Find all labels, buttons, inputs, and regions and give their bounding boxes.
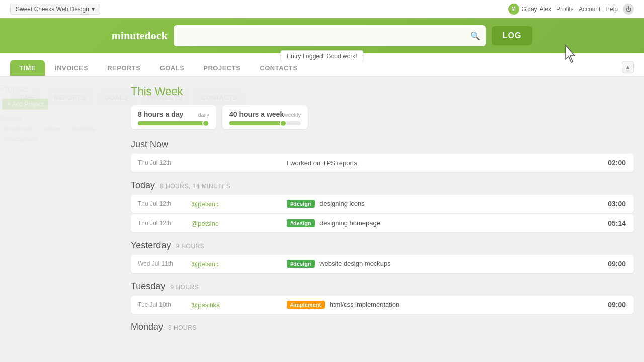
workspace-chevron-icon: ▾	[92, 6, 95, 13]
entry-time: 05:14	[599, 214, 634, 232]
entry-logged-tooltip: Entry Logged! Good work!	[280, 50, 363, 62]
workspace-label: Sweet Cheeks Web Design	[16, 6, 89, 13]
period-title: This Week	[131, 85, 183, 98]
power-button[interactable]: ⏻	[623, 4, 634, 15]
goal-card-weekly: 40 hours a week weekly	[222, 105, 308, 129]
entry-description-text: designing homepage	[319, 219, 380, 227]
section-header-yesterday: Yesterday 9 HOURS	[131, 240, 634, 251]
entry-description-text: html/css implementation	[330, 301, 399, 308]
help-link[interactable]: Help	[605, 6, 618, 13]
section-title-monday: Monday	[131, 322, 163, 332]
section-title-today: Today	[131, 180, 155, 191]
tab-time[interactable]: TIME	[10, 60, 45, 76]
log-button[interactable]: LOG	[492, 26, 533, 45]
entry-client: @petsinc	[186, 195, 242, 213]
entry-date: Wed Jul 11th	[131, 255, 186, 273]
section-header-today: Today 8 HOURS, 14 MINUTES	[131, 180, 634, 191]
goal-weekly-period: weekly	[284, 112, 301, 118]
section-title-justnow: Just Now	[131, 139, 168, 150]
entry-project	[242, 300, 282, 310]
section-header-tuesday: Tuesday 9 HOURS	[131, 281, 634, 292]
entry-client: @pasifika	[186, 296, 242, 314]
period-header: This Week	[131, 85, 634, 98]
bg-nav-time: TIME	[10, 89, 44, 105]
entry-date: Thu Jul 12th	[131, 215, 186, 232]
goal-card-daily-header: 8 hours a day daily	[138, 110, 209, 118]
bg-nav-reports: REPORTS	[45, 89, 95, 105]
goal-weekly-indicator	[280, 120, 287, 127]
section-header-justnow: Just Now	[131, 139, 634, 150]
goal-daily-indicator	[202, 120, 209, 127]
section-subtitle-monday: 8 HOURS	[168, 324, 197, 331]
tag-badge-design: #design	[287, 260, 315, 268]
workspace-button[interactable]: Sweet Cheeks Web Design ▾	[10, 4, 100, 15]
top-bar-right: M G'day Alex Profile Account Help ⏻	[508, 4, 634, 15]
table-row: Thu Jul 12th @petsinc #design designing …	[131, 195, 634, 213]
entry-description-text: designing icons	[319, 200, 365, 207]
avatar: M	[508, 4, 519, 15]
greeting-text: G'day	[522, 6, 537, 13]
search-icon-button[interactable]: 🔍	[470, 31, 480, 41]
tab-projects[interactable]: PROJECTS	[194, 60, 250, 76]
goal-weekly-hours: 40 hours a week	[229, 110, 284, 118]
section-subtitle-yesterday: 9 HOURS	[176, 243, 204, 250]
table-row: Tue Jul 10th @pasifika #implement html/c…	[131, 296, 634, 314]
log-input[interactable]	[174, 25, 486, 46]
logo: minutedock	[112, 29, 168, 42]
entry-client: @petsinc	[186, 255, 242, 273]
section-subtitle-today: 8 HOURS, 14 MINUTES	[160, 183, 230, 190]
section-title-tuesday: Tuesday	[131, 281, 165, 292]
entry-project	[242, 158, 282, 168]
goal-card-daily: 8 hours a day daily	[131, 105, 216, 129]
entry-project	[242, 218, 282, 228]
account-link[interactable]: Account	[579, 6, 600, 13]
entry-desc: #design website design mockups	[282, 255, 599, 273]
entry-project	[242, 259, 282, 269]
entry-time: 02:00	[599, 154, 634, 172]
entry-client: @petsinc	[186, 215, 242, 232]
user-greeting: M G'day Alex	[508, 4, 551, 15]
tab-goals[interactable]: GOALS	[151, 60, 194, 76]
section-header-monday: Monday 8 HOURS	[131, 322, 634, 332]
entry-desc: #design designing icons	[282, 195, 599, 213]
goal-daily-hours: 8 hours a day	[138, 110, 183, 118]
entry-date: Thu Jul 12th	[131, 195, 186, 212]
section-title-yesterday: Yesterday	[131, 240, 171, 251]
goal-daily-fill	[138, 121, 206, 125]
tab-contacts[interactable]: CONTACTS	[251, 60, 306, 76]
goal-card-weekly-header: 40 hours a week weekly	[229, 110, 301, 118]
entry-time: 03:00	[599, 195, 634, 213]
top-bar: Sweet Cheeks Web Design ▾ M G'day Alex P…	[0, 0, 644, 18]
table-row: Wed Jul 11th @petsinc #design website de…	[131, 255, 634, 273]
goal-daily-bar	[138, 121, 209, 125]
nav-collapse-button[interactable]: ▲	[622, 61, 634, 73]
entry-desc: #design designing homepage	[282, 214, 599, 232]
goal-daily-period: daily	[198, 112, 209, 118]
entry-desc: I worked on TPS reports.	[282, 154, 599, 172]
goal-weekly-fill	[229, 121, 287, 125]
entry-time: 09:00	[599, 255, 634, 273]
goal-weekly-bar	[229, 121, 301, 125]
log-bar: minutedock 🔍 LOG Entry Logged! Good work…	[0, 18, 644, 53]
table-row: Thu Jul 12th I worked on TPS reports. 02…	[131, 154, 634, 172]
goal-cards: 8 hours a day daily 40 hours a week week…	[131, 105, 634, 129]
table-row: Thu Jul 12th @petsinc #design designing …	[131, 214, 634, 232]
content-panel: This Week 8 hours a day daily 40 hours a…	[121, 77, 644, 359]
entry-description-text: website design mockups	[319, 260, 391, 267]
section-subtitle-tuesday: 9 HOURS	[170, 284, 199, 291]
tab-reports[interactable]: REPORTS	[98, 60, 149, 76]
tab-invoices[interactable]: INVOICES	[46, 60, 97, 76]
profile-link[interactable]: Profile	[556, 6, 574, 13]
entry-date: Thu Jul 12th	[131, 154, 186, 171]
entry-desc: #implement html/css implementation	[282, 296, 599, 314]
top-bar-left: Sweet Cheeks Web Design ▾	[10, 4, 100, 15]
tag-badge-design: #design	[287, 200, 315, 208]
username-link[interactable]: Alex	[540, 6, 551, 13]
entry-date: Tue Jul 10th	[131, 296, 186, 313]
tag-badge-design: #design	[287, 219, 315, 227]
entry-client	[186, 158, 242, 168]
ghost-sidebar: Projects + Add Project Projects #impleme…	[0, 79, 116, 146]
tag-badge-implement: #implement	[287, 301, 325, 309]
entry-time: 09:00	[599, 296, 634, 314]
log-input-wrapper: 🔍	[174, 25, 486, 46]
